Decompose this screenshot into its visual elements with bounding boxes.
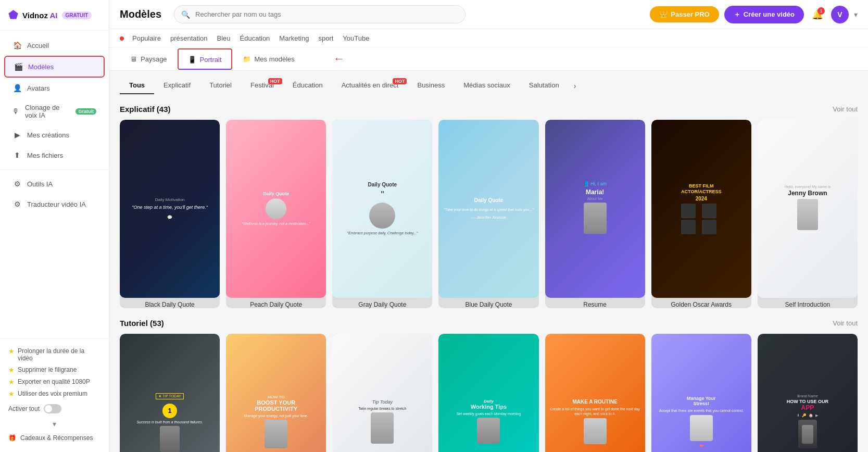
chevron-down-icon[interactable]: ▾ <box>854 10 858 19</box>
home-icon: 🏠 <box>12 41 22 50</box>
card-content: BEST FILMACTOR/ACTRESS 2024 <box>677 179 725 238</box>
toggle-switch[interactable] <box>44 404 61 413</box>
sidebar-item-outils-ia[interactable]: ⚙ Outils IA <box>4 174 105 194</box>
cat-tab-festival[interactable]: FestivalHOT <box>241 77 283 94</box>
card-resume[interactable]: 📘 Hi, I am Maria! About Me Resume <box>545 120 645 308</box>
page-title: Modèles <box>120 8 161 20</box>
sidebar-item-mes-fichiers[interactable]: ⬆ Mes fichiers <box>4 145 105 165</box>
promo-item-1: ★ Prolonger la durée de la vidéo <box>8 345 100 364</box>
cat-tab-actualites[interactable]: Actualités en directHOT <box>332 77 408 94</box>
cat-tab-tutoriel[interactable]: Tutoriel <box>200 77 241 94</box>
card-thumbnail: 📘 Hi, I am Maria! About Me <box>545 120 645 298</box>
tab-paysage[interactable]: 🖥 Paysage <box>120 48 178 70</box>
tag-education[interactable]: Éducation <box>238 33 272 43</box>
my-models-icon: 📁 <box>243 55 251 63</box>
activate-all-toggle: Activer tout <box>8 404 100 413</box>
cat-tab-salutation[interactable]: Salutation <box>520 77 569 94</box>
translate-icon: ⚙ <box>12 199 22 209</box>
sidebar-item-accueil[interactable]: 🏠 Accueil <box>4 35 105 55</box>
voice-clone-icon: 🎙 <box>12 107 20 116</box>
gift-label: Cadeaux & Récompenses <box>20 434 93 442</box>
plus-icon: ＋ <box>734 10 740 19</box>
topbar-right: 👑 Passer PRO ＋ Créer une vidéo 🔔 1 V ▾ <box>650 6 858 23</box>
tut-card-1[interactable]: ★ TIP TODAY 1 Success is built from a th… <box>120 334 220 452</box>
explicatif-voir-tout[interactable]: Voir tout <box>833 105 858 113</box>
create-video-label: Créer une vidéo <box>744 10 795 18</box>
main-area: Modèles 🔍 👑 Passer PRO ＋ Créer une vidéo… <box>109 0 868 452</box>
tut-card-2[interactable]: HOW TO BOOST YOURPRODUCTIVITY Manage you… <box>226 334 326 452</box>
create-video-button[interactable]: ＋ Créer une vidéo <box>724 6 804 23</box>
promo-item-4: ★ Utiliser des voix premium <box>8 388 100 400</box>
avatar[interactable]: V <box>831 6 849 23</box>
tutoriel-card-grid: ★ TIP TODAY 1 Success is built from a th… <box>120 334 858 452</box>
card-blue-daily-quote[interactable]: Daily Quote "Take your time to do things… <box>438 120 538 308</box>
tutoriel-title: Tutoriel (53) <box>120 319 164 328</box>
card-thumbnail: MAKE A ROUTINE Create a list of things y… <box>545 334 645 452</box>
card-peach-daily-quote[interactable]: Daily Quote "Wellness is a journey, not … <box>226 120 326 308</box>
tab-mes-modeles[interactable]: 📁 Mes modèles <box>232 48 305 70</box>
tut-card-6[interactable]: Manage YourStress! Accept that there are… <box>651 334 751 452</box>
activate-all-label: Activer tout <box>8 405 40 412</box>
cat-tab-business[interactable]: Business <box>408 77 454 94</box>
cat-tab-medias-sociaux[interactable]: Médias sociaux <box>454 77 520 94</box>
sidebar: ⬟ Vidnoz AI GRATUIT 🏠 Accueil 🎬 Modèles … <box>0 0 109 452</box>
category-tabs: Tous Explicatif Tutoriel FestivalHOT Édu… <box>109 71 868 94</box>
sidebar-item-clonage[interactable]: 🎙 Clonage de voix IA Gratuit <box>4 98 105 124</box>
card-label: Resume <box>545 301 645 308</box>
tut-card-4[interactable]: Daily Working Tips Set weekly goals each… <box>438 334 538 452</box>
tut-card-5[interactable]: MAKE A ROUTINE Create a list of things y… <box>545 334 645 452</box>
tag-populaire[interactable]: Populaire <box>130 33 163 43</box>
files-icon: ⬆ <box>12 150 22 160</box>
card-label: Self Introduction <box>758 301 858 308</box>
explicatif-title: Explicatif (43) <box>120 105 171 114</box>
gift-item[interactable]: 🎁 Cadeaux & Récompenses <box>8 430 100 446</box>
sidebar-item-modeles[interactable]: 🎬 Modèles <box>4 56 105 78</box>
cat-tab-explicatif[interactable]: Explicatif <box>154 77 200 94</box>
card-content: Tip Today Take regular breaks to stretch <box>354 395 410 450</box>
card-content: Manage YourStress! Accept that there are… <box>655 392 748 452</box>
card-self-introduction[interactable]: Hello, everyone! My name is Jenny Brown … <box>758 120 858 308</box>
cat-tab-tous[interactable]: Tous <box>120 77 154 94</box>
chevron-down-button[interactable]: ▾ <box>8 418 100 430</box>
tag-youtube[interactable]: YouTube <box>341 33 371 43</box>
card-label: Black Daily Quote <box>120 301 220 308</box>
cat-tab-next-arrow[interactable]: › <box>571 78 580 94</box>
card-content: Brand Name HOW TO USE OUR APP ⬇🔑🏠▶ <box>783 390 833 452</box>
tutoriel-voir-tout[interactable]: Voir tout <box>833 319 858 327</box>
crown-icon: 👑 <box>659 10 668 18</box>
gift-icon: 🎁 <box>8 434 16 442</box>
card-thumbnail: ★ TIP TODAY 1 Success is built from a th… <box>120 334 220 452</box>
card-thumbnail: Daily Motivation "One step at a time, yo… <box>120 120 220 298</box>
card-thumbnail: Brand Name HOW TO USE OUR APP ⬇🔑🏠▶ <box>758 334 858 452</box>
view-tabs: 🖥 Paysage 📱 Portrait 📁 Mes modèles ← <box>109 48 868 71</box>
sidebar-item-traducteur[interactable]: ⚙ Traducteur vidéo IA <box>4 194 105 214</box>
tutoriel-section-header: Tutoriel (53) Voir tout <box>120 319 858 328</box>
cat-tab-education[interactable]: Éducation <box>283 77 332 94</box>
sidebar-item-label: Accueil <box>27 42 49 49</box>
sidebar-modeles-label: Modèles <box>28 63 54 71</box>
search-input[interactable] <box>174 5 466 23</box>
sidebar-item-avatars[interactable]: 👤 Avatars <box>4 78 105 98</box>
card-golden-oscar-awards[interactable]: BEST FILMACTOR/ACTRESS 2024 Golden Oscar… <box>651 120 751 308</box>
tag-sport[interactable]: sport <box>316 33 335 43</box>
tut-card-3[interactable]: Tip Today Take regular breaks to stretch <box>332 334 432 452</box>
passer-pro-label: Passer PRO <box>671 10 709 18</box>
card-thumbnail: BEST FILMACTOR/ACTRESS 2024 <box>651 120 751 298</box>
portrait-label: Portrait <box>200 56 222 64</box>
tag-presentation[interactable]: présentation <box>168 33 210 43</box>
tag-bleu[interactable]: Bleu <box>215 33 233 43</box>
sidebar-item-mes-creations[interactable]: ▶ Mes créations <box>4 125 105 145</box>
tab-portrait[interactable]: 📱 Portrait <box>178 48 232 70</box>
tut-card-7[interactable]: Brand Name HOW TO USE OUR APP ⬇🔑🏠▶ <box>758 334 858 452</box>
notification-button[interactable]: 🔔 1 <box>809 6 826 23</box>
logo-icon: ⬟ <box>8 8 18 22</box>
card-gray-daily-quote[interactable]: Daily Quote " "Embrace purpose daily. Ch… <box>332 120 432 308</box>
search-icon: 🔍 <box>181 10 190 19</box>
card-content: ★ TIP TODAY 1 Success is built from a th… <box>132 386 207 452</box>
card-black-daily-quote[interactable]: Daily Motivation "One step at a time, yo… <box>120 120 220 308</box>
tag-marketing[interactable]: Marketing <box>277 33 311 43</box>
sidebar-bottom: ★ Prolonger la durée de la vidéo ★ Suppr… <box>0 338 109 452</box>
sidebar-outils-label: Outils IA <box>27 180 53 188</box>
passer-pro-button[interactable]: 👑 Passer PRO <box>650 6 719 22</box>
promo-item-2: ★ Supprimer le filigrane <box>8 364 100 376</box>
